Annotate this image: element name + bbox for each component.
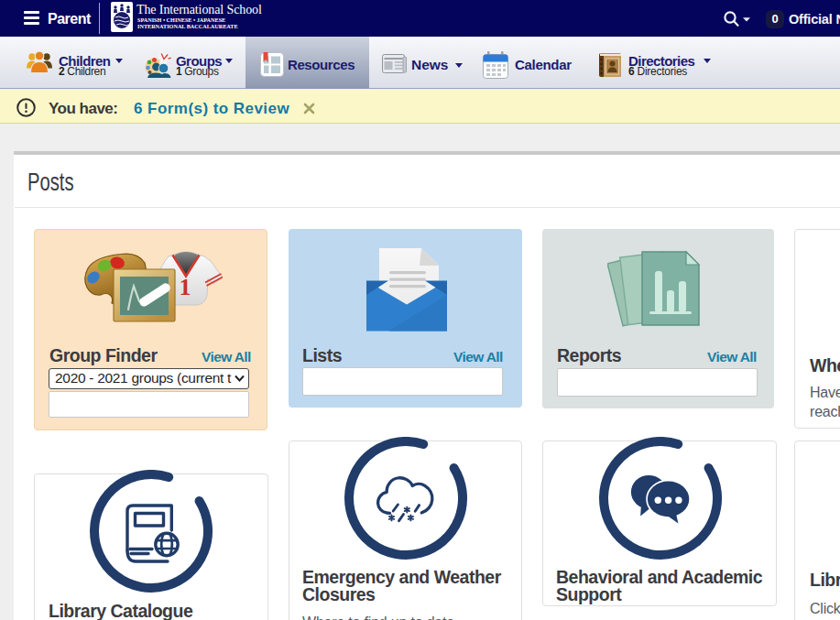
svg-text:1: 1 <box>180 274 191 300</box>
